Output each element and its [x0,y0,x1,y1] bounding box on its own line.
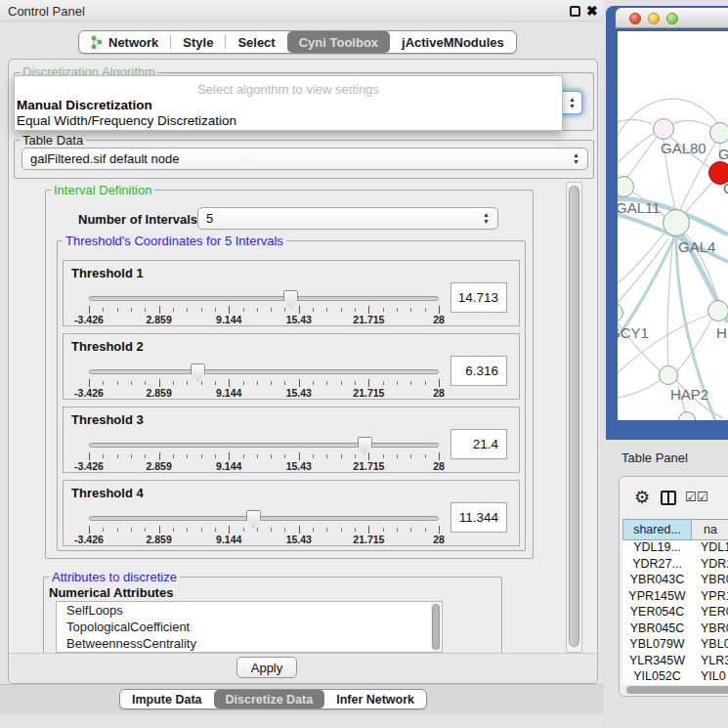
tab-label: Infer Network [336,693,414,707]
number-of-intervals-value: 5 [206,211,213,226]
number-of-intervals-combobox[interactable]: 5 ▲▼ [197,207,498,230]
node-top-right[interactable] [709,122,728,144]
table-panel-title: Table Panel [621,450,688,465]
network-icon [91,35,104,50]
tab-label: Impute Data [132,693,202,707]
node-label-h: H [716,324,727,341]
node-gal4[interactable] [663,209,690,236]
node-label-gal4: GAL4 [678,238,715,255]
tab-label: Discretize Data [226,693,314,707]
table-row[interactable]: YER054CYER0 [622,605,728,621]
table-header-row: shared... na [622,519,728,540]
table-row[interactable]: YLR345WYLR3 [622,654,728,670]
control-panel: Control Panel ✖ Network Style Select Cyn… [0,0,604,728]
close-icon[interactable]: ✖ [586,3,598,19]
threshold-1-value-field[interactable]: 14.713 [450,282,507,313]
table-row[interactable]: YIL052CYIL0 [622,669,728,685]
threshold-3-value-field[interactable]: 21.4 [450,429,507,459]
threshold-3-slider[interactable] [89,443,439,448]
tab-label: Cyni Toolbox [299,35,378,50]
node-label-gcy1: GCY1 [618,324,649,341]
tab-cyni-toolbox[interactable]: Cyni Toolbox [287,31,390,53]
table-toolbar: ⚙ ☑ ☑ [620,477,728,519]
table-rows: YDL19...YDL1YDR27...YDR2YBR043CYBR0YPR14… [622,540,728,685]
minimize-traffic-light-icon[interactable] [648,13,660,24]
table-data-group-title: Table Data [20,133,86,148]
network-canvas[interactable]: GAL80 G. C GAL11 GAL4 GCY1 H HAP2 [618,31,728,420]
combo-arrows-icon: ▲▼ [569,96,576,109]
table-row[interactable]: YDR27...YDR2 [622,557,728,574]
slider-scale [89,452,439,460]
table-data-combobox[interactable]: galFiltered.sif default node ▲▼ [21,148,588,170]
tab-discretize-data[interactable]: Discretize Data [214,690,325,708]
top-tab-bar: Network Style Select Cyni Toolbox jActiv… [78,30,517,54]
number-of-intervals-label: Number of Intervals [78,212,197,227]
threshold-4-panel: Threshold 4 -3.4262.8599.14415.4321.7152… [63,480,520,546]
table-data-value: galFiltered.sif default node [30,151,179,166]
slider-scale-labels: -3.4262.8599.14415.4321.71528 [89,534,439,544]
threshold-2-slider[interactable] [89,369,439,374]
close-traffic-light-icon[interactable] [629,13,641,24]
tab-impute-data[interactable]: Impute Data [120,690,214,708]
interval-definition-title: Interval Definition [51,183,154,197]
thresholds-coordinates-title: Threshold's Coordinates for 5 Intervals [63,234,286,248]
threshold-4-value-field[interactable]: 11.344 [450,502,507,533]
checkbox-icon[interactable]: ☑ [685,490,697,504]
split-columns-icon[interactable] [661,491,676,505]
node-h[interactable] [707,300,728,321]
tab-label: jActiveMNodules [402,35,504,50]
scrollbar-thumb[interactable] [626,686,728,694]
bottom-tab-bar: Impute Data Discretize Data Infer Networ… [119,689,427,709]
attributes-to-discretize-title: Attributes to discretize [49,570,180,584]
main-vertical-scrollbar[interactable] [566,182,582,653]
node-label-clipped-right: G. [718,146,728,162]
list-item[interactable]: SelfLoops [57,602,442,619]
float-window-icon[interactable] [570,6,580,17]
numerical-attributes-list[interactable]: SelfLoopsTopologicalCoefficientBetweenne… [56,601,443,653]
popup-option-equal-width-frequency[interactable]: Equal Width/Frequency Discretization [17,113,236,128]
popup-option-manual-discretization[interactable]: Manual Discretization [17,98,152,112]
table-row[interactable]: YPR145WYPR1 [622,589,728,606]
scrollbar-thumb[interactable] [432,604,440,650]
node-gal80[interactable] [653,118,674,140]
table-row[interactable]: YBR045CYBR0 [622,621,728,638]
tab-infer-network[interactable]: Infer Network [324,690,426,708]
threshold-1-slider[interactable] [89,296,439,301]
table-panel: ⚙ ☑ ☑ shared... na YDL19...YDL1YDR27...Y… [619,476,728,697]
slider-scale-labels: -3.4262.8599.14415.4321.71528 [89,387,439,398]
tab-network[interactable]: Network [79,31,170,53]
node-label-gal11: GAL11 [618,199,661,216]
threshold-1-label: Threshold 1 [71,266,144,280]
table-row[interactable]: YBL079WYBL0 [622,637,728,654]
gear-icon[interactable]: ⚙ [634,487,650,508]
tab-select[interactable]: Select [226,31,286,53]
scrollbar-thumb[interactable] [569,186,579,647]
table-row[interactable]: YDL19...YDL1 [622,540,728,557]
node-label-hap2: HAP2 [670,386,708,403]
column-header-shared-name[interactable]: shared... [622,519,692,540]
tab-style[interactable]: Style [171,31,225,53]
list-item[interactable]: BetweennessCentrality [57,635,442,652]
threshold-2-value-field[interactable]: 6.316 [450,356,507,386]
tab-jactivemnodules[interactable]: jActiveMNodules [390,31,516,53]
zoom-traffic-light-icon[interactable] [666,13,678,24]
slider-scale [89,526,439,534]
checkbox-icon[interactable]: ☑ [697,490,708,504]
node-hap2[interactable] [659,365,678,385]
column-header-name[interactable]: na [692,519,728,540]
table-horizontal-scrollbar[interactable] [622,685,728,695]
slider-scale [89,306,439,314]
node-label-gal80: GAL80 [661,140,707,156]
list-vertical-scrollbar[interactable] [431,603,441,652]
apply-button[interactable]: Apply [236,657,297,678]
list-item[interactable]: TopologicalCoefficient [57,619,442,635]
threshold-2-panel: Threshold 2 -3.4262.8599.14415.4321.7152… [63,333,520,400]
threshold-3-label: Threshold 3 [71,412,144,427]
threshold-4-slider[interactable] [89,516,439,521]
table-row[interactable]: YBR043CYBR0 [622,573,728,589]
threshold-4-label: Threshold 4 [71,486,144,500]
slider-scale [89,379,439,387]
threshold-3-panel: Threshold 3 -3.4262.8599.14415.4321.7152… [63,407,520,473]
network-window-titlebar[interactable] [616,8,728,28]
threshold-1-panel: Threshold 1 -3.4262.8599.14415.4321.7152… [63,260,520,326]
